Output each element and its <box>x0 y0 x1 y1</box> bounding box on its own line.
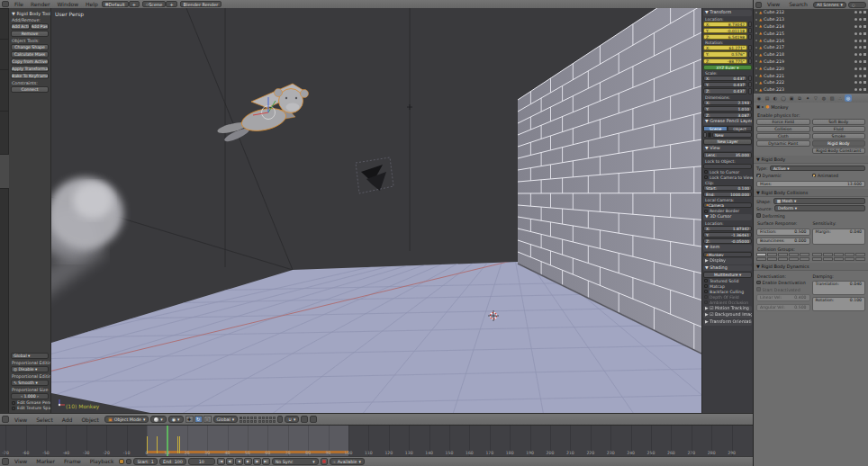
lock-icon[interactable] <box>748 34 752 40</box>
viewport-menu-select[interactable]: Select <box>32 416 57 424</box>
layer-cell[interactable] <box>258 420 261 423</box>
topbar-menu-render[interactable]: Render <box>27 0 53 8</box>
npanel-field-3d-cursor-y[interactable]: Y:-1.36461 <box>703 232 752 237</box>
npanel-field-transform-z[interactable]: Z:6.54198 <box>703 34 747 40</box>
collision-group-cell[interactable] <box>756 253 766 256</box>
npanel-field-transform-y[interactable]: Y:0.576° <box>703 51 747 57</box>
outliner-menu-view[interactable]: View <box>764 0 783 9</box>
type-dropdown[interactable]: Active ▾ <box>770 166 865 172</box>
render-camera-icon[interactable] <box>863 67 866 70</box>
collision-group-cell[interactable] <box>845 257 854 261</box>
render-opengl-anim-button[interactable] <box>310 416 317 423</box>
layer-cell[interactable] <box>254 420 257 423</box>
npanel-check-ambient-occlusion[interactable]: Ambient Occlusion <box>704 300 752 305</box>
proportional-falloff-dropdown[interactable]: ∿ Smooth ▾ <box>11 380 49 386</box>
render-camera-icon[interactable] <box>863 60 866 63</box>
selectability-arrow-icon[interactable] <box>859 11 862 13</box>
render-opengl-button[interactable] <box>301 416 308 423</box>
play-button[interactable]: ▶ <box>244 458 252 465</box>
npanel-header-background-images[interactable]: ▶ ☑ Background Images <box>703 312 752 318</box>
visibility-eye-icon[interactable] <box>854 25 857 28</box>
end-frame-field[interactable]: End:100 <box>159 458 186 465</box>
npanel-header-transform[interactable]: ▼ Transform <box>703 10 752 16</box>
outliner-item-cube-222[interactable]: ▲Cube.222 <box>754 79 868 86</box>
apply-transformation-button[interactable]: Apply Transformation <box>11 66 49 72</box>
start-deactivated-checkbox[interactable]: Start Deactivated <box>756 286 810 292</box>
outliner-scope-dropdown[interactable]: All Scenes▾ <box>813 2 846 8</box>
lock-icon[interactable] <box>277 416 283 423</box>
jump-to-next-keyframe-button[interactable]: |▶ <box>253 458 261 465</box>
render-camera-icon[interactable] <box>863 53 866 56</box>
collision-group-cell[interactable] <box>834 257 844 261</box>
collision-group-cell[interactable] <box>756 257 766 261</box>
visibility-eye-icon[interactable] <box>854 32 857 35</box>
jump-to-end-button[interactable]: ▶| <box>262 458 270 465</box>
jump-to-start-button[interactable]: |◀ <box>217 458 225 465</box>
panel-header-rigid-body[interactable]: ▼ Rigid Body <box>754 156 868 164</box>
copy-from-active-button[interactable]: Copy from Active <box>11 58 49 65</box>
animated-checkbox[interactable]: ✓Animated <box>812 173 866 179</box>
npanel-field-transform-y[interactable]: Y:-0.01118 <box>703 28 747 33</box>
collision-group-cell[interactable] <box>855 253 865 256</box>
record-button[interactable] <box>321 458 328 465</box>
npanel-check-textured-solid[interactable]: Textured Solid <box>704 279 752 283</box>
outliner-search-field[interactable]: ○ <box>848 2 866 8</box>
lock-icon[interactable] <box>748 88 752 94</box>
render-camera-icon[interactable] <box>863 11 866 13</box>
visibility-eye-icon[interactable] <box>854 88 857 91</box>
layer-cell[interactable] <box>266 420 268 423</box>
npanel-field-transform-x[interactable]: X:61.271° <box>703 45 747 50</box>
collision-group-cell[interactable] <box>767 253 777 256</box>
layer-cell[interactable] <box>243 417 246 419</box>
timeline-ruler[interactable]: -70-60-50-40-30-20-100102030405060708090… <box>0 425 753 456</box>
outliner-item-cube-214[interactable]: ▲Cube.214 <box>754 23 868 31</box>
properties-tab-material[interactable]: ◍ <box>820 94 827 102</box>
proportional-size-field[interactable]: ‹ 1.000 › <box>11 393 49 399</box>
collision-group-cell[interactable] <box>823 253 833 256</box>
edit-texture-space-checkbox[interactable]: Edit Texture Space <box>12 406 49 410</box>
gp-source-object[interactable]: Object <box>728 126 752 131</box>
lock-icon[interactable] <box>748 82 752 87</box>
timeline-menu-view[interactable]: View <box>11 457 31 466</box>
selectability-arrow-icon[interactable] <box>859 32 862 35</box>
properties-tab-scene[interactable]: ◐ <box>772 94 779 102</box>
npanel-header-motion-tracking[interactable]: ▶ ☑ Motion Tracking <box>703 306 752 312</box>
new-layer-button[interactable]: New Layer <box>703 139 752 144</box>
visibility-eye-icon[interactable] <box>854 53 857 56</box>
outliner-item-cube-213[interactable]: ▲Cube.213 <box>754 16 868 23</box>
npanel-field-transform-z[interactable]: Z:-88.775° <box>703 58 747 64</box>
gp-new-field[interactable]: New <box>712 132 752 138</box>
npanel-field-transform-x[interactable]: X:2.193 <box>703 100 752 105</box>
current-frame-field[interactable]: 10 <box>188 458 215 465</box>
viewport-menu-view[interactable]: View <box>11 416 31 424</box>
npanel-field-transform-z[interactable]: Z:0.437 <box>703 88 747 94</box>
friction-slider[interactable]: Friction:0.500 <box>756 229 810 236</box>
physics-button-fluid[interactable]: Fluid <box>812 126 866 132</box>
properties-tab-object[interactable]: ▣ <box>788 94 795 102</box>
npanel-dropdown-xyz-euler[interactable]: XYZ Euler ▾ <box>703 65 752 70</box>
properties-tab-particles[interactable]: ∴ <box>836 94 844 102</box>
outliner-item-cube-215[interactable]: ▲Cube.215 <box>754 30 868 37</box>
outliner-item-cube-217[interactable]: ▲Cube.217 <box>754 44 868 51</box>
npanel-field-view-start[interactable]: Start:0.100 <box>703 185 752 191</box>
npanel-header-3d-cursor[interactable]: ▼ 3D Cursor <box>703 214 752 220</box>
play-reverse-button[interactable]: ◀ <box>235 458 243 465</box>
npanel-field-3d-cursor-x[interactable]: X:1.87342 <box>703 226 752 231</box>
sync-dropdown[interactable]: No Sync▾ <box>272 458 319 465</box>
render-camera-icon[interactable] <box>863 81 866 84</box>
rotation-damping-slider[interactable]: Rotation:0.100 <box>812 297 866 311</box>
toolshelf-tab-grease-pencil[interactable]: Grease Pencil <box>0 188 9 238</box>
npanel-objfield-camera[interactable]: ◆Camera <box>703 202 752 208</box>
outliner-item-cube-212[interactable]: ▲Cube.212 <box>754 9 868 16</box>
layer-cell[interactable] <box>262 417 265 419</box>
render-camera-icon[interactable] <box>863 18 866 21</box>
scene-selector[interactable]: ◇Scene <box>142 1 166 7</box>
collision-group-cell[interactable] <box>855 257 865 261</box>
panel-title-rigid-body-tools[interactable]: ▼ Rigid Body Tools <box>12 11 49 16</box>
outliner-item-cube-218[interactable]: ▲Cube.218 <box>754 51 868 58</box>
screen-layout-selector[interactable]: ▦Default <box>102 1 129 7</box>
render-engine-selector[interactable]: Blender Render <box>180 1 222 7</box>
properties-tab-physics[interactable]: ◎ <box>845 94 852 102</box>
selectability-arrow-icon[interactable] <box>859 60 862 63</box>
npanel-check-backface-culling[interactable]: Backface Culling <box>704 290 752 294</box>
